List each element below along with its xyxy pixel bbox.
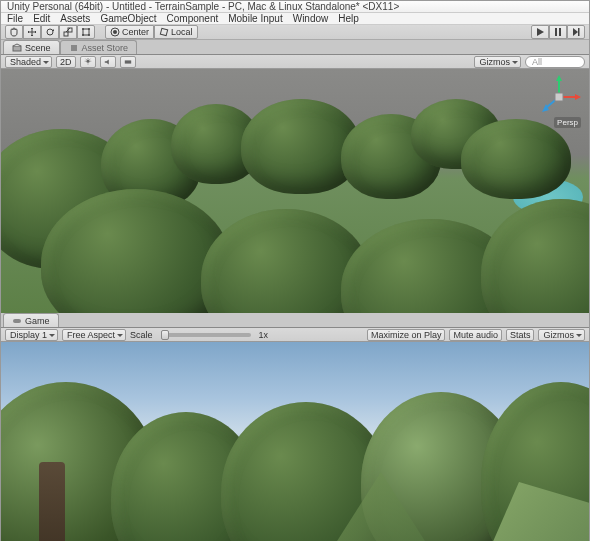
svg-point-8 bbox=[113, 30, 117, 34]
svg-rect-25 bbox=[13, 319, 21, 323]
display-value: Display 1 bbox=[10, 330, 47, 340]
play-controls bbox=[531, 25, 585, 39]
assetstore-icon bbox=[69, 43, 79, 53]
svg-point-7 bbox=[88, 34, 90, 36]
maximize-toggle[interactable]: Maximize on Play bbox=[367, 329, 446, 341]
space-label: Local bbox=[171, 27, 193, 37]
menu-mobileinput[interactable]: Mobile Input bbox=[228, 13, 282, 24]
scale-slider-thumb[interactable] bbox=[161, 330, 169, 340]
scene-search[interactable]: All bbox=[525, 56, 585, 68]
svg-rect-3 bbox=[83, 29, 89, 35]
scene-tabrow: Scene Asset Store bbox=[1, 40, 589, 55]
menubar: File Edit Assets GameObject Component Mo… bbox=[1, 13, 589, 25]
menu-gameobject[interactable]: GameObject bbox=[100, 13, 156, 24]
panes: Scene Asset Store Shaded 2D Gizmos All bbox=[1, 40, 589, 541]
gizmos-label: Gizmos bbox=[479, 57, 510, 67]
menu-component[interactable]: Component bbox=[167, 13, 219, 24]
menu-edit[interactable]: Edit bbox=[33, 13, 50, 24]
tab-scene-label: Scene bbox=[25, 43, 51, 53]
game-gizmos-label: Gizmos bbox=[543, 330, 574, 340]
game-tabrow: Game bbox=[1, 313, 589, 328]
aspect-dropdown[interactable]: Free Aspect bbox=[62, 329, 126, 341]
svg-point-16 bbox=[86, 59, 89, 62]
search-placeholder: All bbox=[532, 57, 542, 67]
mute-toggle[interactable]: Mute audio bbox=[449, 329, 502, 341]
perspective-label[interactable]: Persp bbox=[554, 117, 581, 128]
svg-rect-1 bbox=[64, 32, 68, 36]
space-toggle[interactable]: Local bbox=[154, 25, 198, 39]
tab-game-label: Game bbox=[25, 316, 50, 326]
svg-marker-19 bbox=[575, 94, 581, 100]
2d-toggle[interactable]: 2D bbox=[56, 56, 76, 68]
tab-scene[interactable]: Scene bbox=[3, 40, 60, 54]
scene-toolbar: Shaded 2D Gizmos All bbox=[1, 55, 589, 69]
pause-button[interactable] bbox=[549, 25, 567, 39]
game-gizmos-dropdown[interactable]: Gizmos bbox=[538, 329, 585, 341]
svg-rect-10 bbox=[160, 28, 167, 35]
svg-rect-17 bbox=[124, 60, 130, 63]
hand-tool[interactable] bbox=[5, 25, 23, 39]
game-icon bbox=[12, 316, 22, 326]
game-viewport[interactable] bbox=[1, 342, 589, 541]
menu-file[interactable]: File bbox=[7, 13, 23, 24]
scale-tool[interactable] bbox=[59, 25, 77, 39]
rotate-tool[interactable] bbox=[41, 25, 59, 39]
svg-rect-14 bbox=[13, 46, 21, 51]
shading-mode-value: Shaded bbox=[10, 57, 41, 67]
move-tool[interactable] bbox=[23, 25, 41, 39]
menu-window[interactable]: Window bbox=[293, 13, 329, 24]
svg-rect-15 bbox=[71, 45, 77, 51]
svg-point-0 bbox=[47, 29, 53, 35]
svg-point-4 bbox=[82, 28, 84, 30]
step-button[interactable] bbox=[567, 25, 585, 39]
play-button[interactable] bbox=[531, 25, 549, 39]
shading-mode-dropdown[interactable]: Shaded bbox=[5, 56, 52, 68]
scene-gizmo[interactable] bbox=[537, 75, 581, 119]
aspect-value: Free Aspect bbox=[67, 330, 115, 340]
svg-rect-12 bbox=[559, 28, 561, 36]
svg-point-5 bbox=[88, 28, 90, 30]
menu-help[interactable]: Help bbox=[338, 13, 359, 24]
scene-content bbox=[1, 69, 589, 313]
menu-assets[interactable]: Assets bbox=[60, 13, 90, 24]
rect-tool[interactable] bbox=[77, 25, 95, 39]
game-toolbar: Display 1 Free Aspect Scale 1x Maximize … bbox=[1, 328, 589, 342]
svg-rect-24 bbox=[555, 93, 563, 101]
window-title: Unity Personal (64bit) - Untitled - Terr… bbox=[7, 1, 399, 12]
tab-game[interactable]: Game bbox=[3, 313, 59, 327]
svg-point-6 bbox=[82, 34, 84, 36]
gizmos-dropdown[interactable]: Gizmos bbox=[474, 56, 521, 68]
tab-assetstore[interactable]: Asset Store bbox=[60, 40, 138, 54]
scale-slider[interactable] bbox=[161, 333, 251, 337]
trunk bbox=[39, 462, 65, 541]
scale-value: 1x bbox=[259, 330, 269, 340]
pivot-label: Center bbox=[122, 27, 149, 37]
svg-marker-21 bbox=[556, 75, 562, 81]
audio-toggle[interactable] bbox=[100, 56, 116, 68]
lighting-toggle[interactable] bbox=[80, 56, 96, 68]
scale-label: Scale bbox=[130, 330, 153, 340]
pivot-space-group: Center Local bbox=[105, 25, 198, 39]
svg-rect-13 bbox=[578, 28, 580, 36]
fx-toggle[interactable] bbox=[120, 56, 136, 68]
transform-tools bbox=[5, 25, 95, 39]
scene-viewport[interactable]: Persp bbox=[1, 69, 589, 313]
tab-assetstore-label: Asset Store bbox=[82, 43, 129, 53]
unity-window: Unity Personal (64bit) - Untitled - Terr… bbox=[0, 0, 590, 541]
game-content bbox=[1, 342, 589, 541]
pivot-toggle[interactable]: Center bbox=[105, 25, 154, 39]
svg-rect-11 bbox=[555, 28, 557, 36]
main-toolbar: Center Local bbox=[1, 25, 589, 40]
stats-toggle[interactable]: Stats bbox=[506, 329, 535, 341]
titlebar: Unity Personal (64bit) - Untitled - Terr… bbox=[1, 1, 589, 13]
scene-icon bbox=[12, 43, 22, 53]
display-dropdown[interactable]: Display 1 bbox=[5, 329, 58, 341]
